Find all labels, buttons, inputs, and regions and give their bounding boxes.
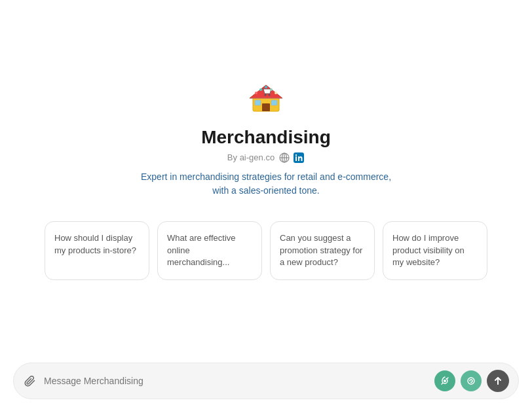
byline-icons: [278, 152, 305, 164]
suggestion-card-1[interactable]: How should I display my products in-stor…: [45, 221, 149, 281]
page-title: Merchandising: [201, 127, 331, 148]
main-content: Merchandising By ai-gen.co: [0, 0, 532, 411]
globe-icon[interactable]: [278, 152, 290, 164]
suggestion-card-1-text: How should I display my products in-stor…: [54, 232, 140, 257]
suggestion-card-2[interactable]: What are effective online merchandising.…: [157, 221, 262, 281]
svg-rect-2: [262, 103, 270, 111]
suggestion-card-3[interactable]: Can you suggest a promotion strategy for…: [270, 221, 375, 281]
svg-point-8: [255, 92, 257, 94]
right-icons: [434, 370, 509, 392]
svg-point-12: [275, 92, 277, 94]
send-button[interactable]: [487, 370, 509, 392]
suggestion-card-4-text: How do I improve product visibility on m…: [392, 232, 478, 270]
byline: By ai-gen.co: [227, 152, 305, 164]
svg-rect-3: [255, 100, 261, 105]
suggestion-card-4[interactable]: How do I improve product visibility on m…: [383, 221, 487, 281]
svg-point-11: [270, 88, 273, 91]
attach-icon[interactable]: [23, 374, 37, 388]
svg-point-10: [265, 86, 267, 88]
suggestion-card-3-text: Can you suggest a promotion strategy for…: [280, 232, 365, 270]
input-bar-wrapper: [0, 355, 532, 411]
svg-point-6: [269, 94, 271, 96]
svg-rect-18: [295, 156, 297, 161]
svg-point-19: [295, 154, 297, 156]
svg-point-20: [444, 380, 446, 382]
svg-point-9: [259, 88, 262, 91]
tool-icon-1[interactable]: [434, 370, 455, 391]
description: Expert in merchandising strategies for r…: [135, 170, 397, 198]
message-input[interactable]: [44, 376, 428, 386]
linkedin-icon[interactable]: [293, 152, 305, 164]
suggestion-cards: How should I display my products in-stor…: [45, 221, 487, 281]
svg-rect-4: [271, 100, 277, 105]
svg-point-5: [265, 94, 267, 96]
svg-point-21: [468, 378, 474, 384]
byline-text: By ai-gen.co: [227, 152, 275, 162]
bot-icon: [246, 79, 286, 118]
suggestion-card-2-text: What are effective online merchandising.…: [167, 232, 252, 270]
tool-icon-2[interactable]: [461, 370, 482, 391]
svg-point-22: [470, 382, 472, 384]
input-bar: [13, 363, 519, 399]
